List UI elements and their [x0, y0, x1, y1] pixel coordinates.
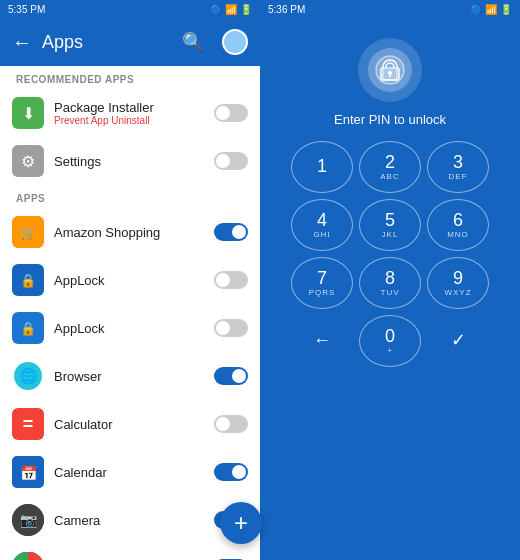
app-name-applock2: AppLock: [54, 321, 204, 336]
app-info-settings: Settings: [54, 154, 204, 169]
app-name-package: Package Installer: [54, 100, 204, 115]
app-icon-applock2: 🔒: [12, 312, 44, 344]
status-time-left: 5:35 PM: [8, 4, 45, 15]
app-subtitle-package: Prevent App Uninstall: [54, 115, 204, 126]
app-name-settings: Settings: [54, 154, 204, 169]
pin-btn-2[interactable]: 2ABC: [359, 141, 421, 193]
app-info-camera: Camera: [54, 513, 204, 528]
app-info-calendar: Calendar: [54, 465, 204, 480]
fab-button[interactable]: +: [220, 502, 260, 544]
pin-btn-6[interactable]: 6MNO: [427, 199, 489, 251]
left-header: ← Apps 🔍: [0, 18, 260, 66]
avatar-inner: [224, 31, 246, 53]
pin-btn-7[interactable]: 7PQRS: [291, 257, 353, 309]
status-bar-right: 5:36 PM 🔵 📶 🔋: [260, 0, 520, 18]
pin-btn-3[interactable]: 3DEF: [427, 141, 489, 193]
avatar[interactable]: [222, 29, 248, 55]
svg-text:🔒: 🔒: [20, 320, 37, 337]
svg-text:🌐: 🌐: [19, 367, 38, 385]
list-item[interactable]: ⚙ Settings: [0, 137, 260, 185]
app-icon-browser: 🌐: [12, 360, 44, 392]
list-item[interactable]: = Calculator: [0, 400, 260, 448]
enter-pin-text: Enter PIN to unlock: [334, 112, 446, 127]
app-icon-package: ⬇: [12, 97, 44, 129]
app-icon-amazon: 🛒: [12, 216, 44, 248]
left-panel: 5:35 PM 🔵 📶 🔋 ← Apps 🔍 RECOMMENDED APPS …: [0, 0, 260, 560]
app-icon-camera: 📷: [12, 504, 44, 536]
apps-list: RECOMMENDED APPS ⬇ Package Installer Pre…: [0, 66, 260, 560]
app-name-browser: Browser: [54, 369, 204, 384]
pin-btn-confirm[interactable]: ✓: [427, 315, 489, 367]
page-title: Apps: [42, 32, 172, 53]
status-bar-left: 5:35 PM 🔵 📶 🔋: [0, 0, 260, 18]
app-info-amazon: Amazon Shopping: [54, 225, 204, 240]
app-name-amazon: Amazon Shopping: [54, 225, 204, 240]
toggle-applock2[interactable]: [214, 319, 248, 337]
search-icon[interactable]: 🔍: [182, 31, 204, 53]
status-icons-right: 🔵 📶 🔋: [470, 4, 512, 15]
app-icon-applock1: 🔒: [12, 264, 44, 296]
toggle-settings[interactable]: [214, 152, 248, 170]
lock-icon-area: [358, 38, 422, 102]
list-item[interactable]: 🛒 Amazon Shopping: [0, 208, 260, 256]
list-item[interactable]: Chrome: [0, 544, 260, 560]
toggle-calculator[interactable]: [214, 415, 248, 433]
status-icons-left: 🔵 📶 🔋: [210, 4, 252, 15]
toggle-amazon[interactable]: [214, 223, 248, 241]
list-item[interactable]: 📅 Calendar: [0, 448, 260, 496]
svg-text:🛒: 🛒: [20, 224, 37, 241]
lock-icon: [368, 48, 412, 92]
svg-text:📅: 📅: [20, 465, 38, 482]
app-icon-calculator: =: [12, 408, 44, 440]
pin-btn-9[interactable]: 9WXYZ: [427, 257, 489, 309]
section-apps: APPS: [0, 185, 260, 208]
app-info-calculator: Calculator: [54, 417, 204, 432]
svg-text:🔒: 🔒: [20, 272, 37, 289]
toggle-browser[interactable]: [214, 367, 248, 385]
app-name-calculator: Calculator: [54, 417, 204, 432]
toggle-applock1[interactable]: [214, 271, 248, 289]
right-panel: 5:36 PM 🔵 📶 🔋 Enter PIN to unlock 1 2ABC…: [260, 0, 520, 560]
app-info-applock1: AppLock: [54, 273, 204, 288]
toggle-package[interactable]: [214, 104, 248, 122]
pin-btn-backspace[interactable]: ←: [291, 315, 353, 367]
svg-text:📷: 📷: [20, 512, 38, 529]
app-name-applock1: AppLock: [54, 273, 204, 288]
svg-point-23: [388, 71, 392, 75]
list-item[interactable]: ⬇ Package Installer Prevent App Uninstal…: [0, 89, 260, 137]
back-icon[interactable]: ←: [12, 31, 32, 54]
section-recommended: RECOMMENDED APPS: [0, 66, 260, 89]
pin-btn-5[interactable]: 5JKL: [359, 199, 421, 251]
app-info-applock2: AppLock: [54, 321, 204, 336]
app-name-camera: Camera: [54, 513, 204, 528]
app-icon-chrome: [12, 552, 44, 560]
list-item[interactable]: 🔒 AppLock: [0, 256, 260, 304]
status-time-right: 5:36 PM: [268, 4, 305, 15]
pin-grid: 1 2ABC 3DEF 4GHI 5JKL 6MNO 7PQRS 8TUV 9W…: [281, 141, 499, 367]
pin-btn-8[interactable]: 8TUV: [359, 257, 421, 309]
list-item[interactable]: 🌐 Browser: [0, 352, 260, 400]
pin-btn-4[interactable]: 4GHI: [291, 199, 353, 251]
app-icon-settings: ⚙: [12, 145, 44, 177]
pin-btn-0[interactable]: 0+: [359, 315, 421, 367]
toggle-calendar[interactable]: [214, 463, 248, 481]
list-item[interactable]: 🔒 AppLock: [0, 304, 260, 352]
app-info-browser: Browser: [54, 369, 204, 384]
app-info-package: Package Installer Prevent App Uninstall: [54, 100, 204, 126]
pin-btn-1[interactable]: 1: [291, 141, 353, 193]
app-icon-calendar: 📅: [12, 456, 44, 488]
app-name-calendar: Calendar: [54, 465, 204, 480]
